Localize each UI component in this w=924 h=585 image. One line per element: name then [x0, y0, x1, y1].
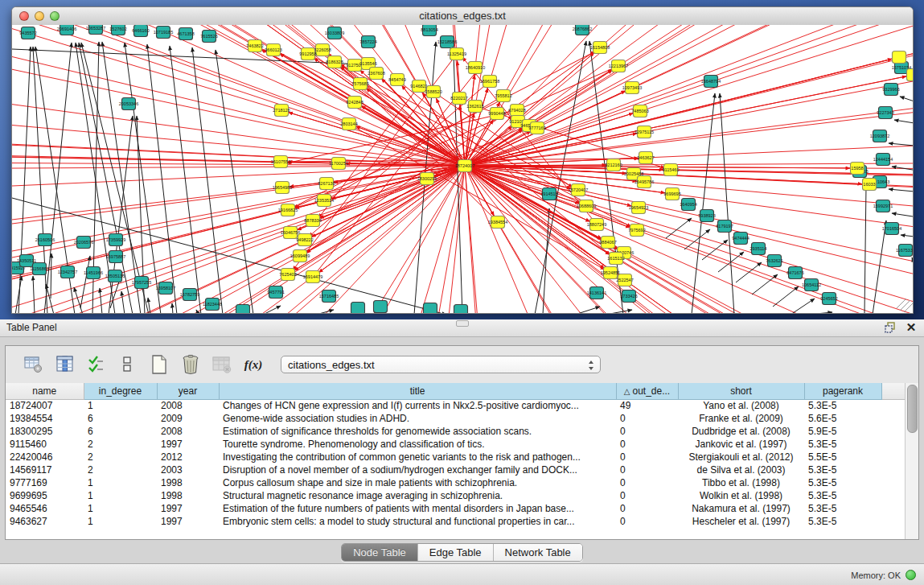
- graph-node[interactable]: 1914515: [540, 188, 557, 200]
- graph-node[interactable]: 7625402: [279, 269, 296, 281]
- graph-node[interactable]: 8454749: [388, 74, 405, 86]
- graph-node[interactable]: 9457791: [267, 286, 284, 299]
- graph-node[interactable]: 12342757: [58, 266, 77, 278]
- graph-node[interactable]: 7615526: [200, 31, 217, 43]
- graph-node[interactable]: 1527602: [109, 25, 126, 35]
- graph-node[interactable]: 1733426: [620, 290, 637, 303]
- graph-node[interactable]: 19166825: [278, 204, 298, 216]
- graph-node[interactable]: 10719185: [154, 27, 173, 39]
- graph-node[interactable]: 7632621: [766, 255, 782, 267]
- delete-table-button[interactable]: [211, 353, 232, 376]
- table-row[interactable]: 1938455462009Genome-wide association stu…: [6, 412, 906, 425]
- graph-node[interactable]: 2718126: [273, 105, 290, 117]
- graph-node[interactable]: 19384554: [488, 216, 507, 229]
- graph-node[interactable]: 10654112: [802, 279, 821, 291]
- graph-node[interactable]: 9227343: [877, 107, 893, 119]
- table-scrollbar-thumb[interactable]: [907, 385, 918, 433]
- graph-node[interactable]: 20206576: [74, 237, 93, 249]
- float-panel-icon[interactable]: [884, 321, 897, 334]
- graph-node[interactable]: 4671358: [177, 28, 194, 40]
- graph-node[interactable]: 16958107: [156, 282, 175, 295]
- graph-node[interactable]: 12213967: [609, 60, 628, 72]
- graph-node[interactable]: 15720407: [569, 184, 588, 196]
- graph-node[interactable]: 7485063: [631, 105, 648, 117]
- tab-node-table[interactable]: Node Table: [342, 544, 418, 561]
- graph-node[interactable]: 9990448: [488, 108, 505, 120]
- graph-node[interactable]: 2935114: [749, 243, 766, 255]
- column-header-short[interactable]: short: [678, 383, 804, 399]
- graph-node[interactable]: 20691406: [57, 25, 76, 35]
- graph-node[interactable]: 11156863: [30, 263, 49, 275]
- graph-node[interactable]: 5938923: [698, 210, 715, 222]
- graph-node[interactable]: 16495786: [634, 176, 654, 188]
- graph-node[interactable]: 9912958: [299, 48, 316, 60]
- graph-node[interactable]: 9435572: [19, 27, 36, 39]
- graph-node[interactable]: 8267130: [318, 178, 335, 190]
- column-header-title[interactable]: title: [219, 383, 616, 399]
- delete-column-button[interactable]: [180, 353, 201, 376]
- graph-node[interactable]: 9245652: [820, 293, 837, 305]
- graph-node[interactable]: 6794028: [508, 105, 525, 117]
- graph-node[interactable]: [424, 303, 437, 314]
- column-header-name[interactable]: name: [6, 383, 84, 399]
- function-builder-button[interactable]: f(x): [243, 353, 264, 376]
- graph-node[interactable]: [454, 305, 468, 314]
- graph-node[interactable]: 8878334: [304, 215, 321, 227]
- graph-node[interactable]: 7575685: [351, 78, 368, 90]
- graph-node[interactable]: 16154808: [590, 42, 610, 54]
- graph-node[interactable]: 9115460: [662, 164, 679, 176]
- graph-node[interactable]: [893, 51, 906, 64]
- graph-node[interactable]: 17016504: [882, 223, 901, 235]
- close-panel-icon[interactable]: ✕: [905, 321, 918, 334]
- graph-node[interactable]: [374, 301, 388, 313]
- graph-node[interactable]: 26160506: [35, 234, 55, 246]
- graph-node[interactable]: 7463822: [246, 40, 263, 52]
- table-row[interactable]: 946554611997Estimation of the future num…: [6, 502, 906, 515]
- graph-node[interactable]: [236, 305, 250, 314]
- graph-node[interactable]: 20876862: [573, 25, 592, 35]
- panel-resize-handle[interactable]: [456, 320, 469, 327]
- graph-node[interactable]: [907, 69, 914, 81]
- graph-node[interactable]: 11700251: [329, 158, 348, 170]
- graph-node[interactable]: 15218586: [437, 36, 457, 48]
- graph-node[interactable]: 12444154: [873, 154, 893, 166]
- graph-node[interactable]: 6466160: [132, 25, 149, 37]
- table-row[interactable]: 2242004622012Investigating the contribut…: [6, 451, 906, 463]
- graph-node[interactable]: 20053346: [119, 98, 138, 110]
- graph-node[interactable]: 11675335: [896, 245, 913, 257]
- graph-node[interactable]: 16782759: [180, 289, 199, 301]
- network-view-window[interactable]: citations_edges.txt 9435572206: [11, 6, 914, 314]
- graph-node[interactable]: 16033: [863, 179, 877, 191]
- graph-node[interactable]: 17359929: [106, 234, 125, 246]
- network-window-titlebar[interactable]: citations_edges.txt: [12, 7, 913, 26]
- graph-node[interactable]: 16648794: [701, 76, 721, 88]
- graph-node[interactable]: 2367608: [368, 68, 384, 80]
- graph-node[interactable]: 13505135: [105, 270, 125, 282]
- graph-node[interactable]: 16975887: [106, 251, 125, 263]
- column-header-pagerank[interactable]: pagerank: [804, 383, 881, 399]
- graph-node[interactable]: 18807249: [587, 219, 606, 231]
- clear-selection-button[interactable]: [117, 353, 138, 376]
- graph-node[interactable]: 8186328: [326, 56, 343, 68]
- graph-node[interactable]: 18640910: [466, 62, 485, 74]
- network-canvas[interactable]: 9435572206914061065328715276026466160107…: [12, 25, 913, 313]
- graph-node[interactable]: 9212160: [605, 159, 622, 171]
- table-row[interactable]: 1830029562008Estimation of significance …: [6, 425, 906, 438]
- tab-network-table[interactable]: Network Table: [494, 544, 582, 561]
- graph-node[interactable]: 1362615: [466, 101, 483, 113]
- table-source-dropdown[interactable]: citations_edges.txt: [281, 356, 601, 373]
- select-all-button[interactable]: [86, 353, 107, 376]
- graph-node[interactable]: 12975115: [634, 126, 654, 138]
- column-header-year[interactable]: year: [157, 383, 219, 399]
- graph-node[interactable]: 14136141: [587, 287, 606, 299]
- graph-node[interactable]: 11823448: [203, 299, 222, 311]
- graph-node[interactable]: 2803144: [340, 118, 357, 130]
- graph-node[interactable]: 16107553: [271, 156, 290, 168]
- graph-node[interactable]: 11325419: [447, 48, 466, 60]
- table-row[interactable]: 946362711997Embryonic stem cells: a mode…: [6, 515, 906, 528]
- graph-node[interactable]: 16914479: [303, 271, 322, 283]
- graph-node[interactable]: 7975692: [628, 225, 645, 237]
- graph-node[interactable]: 8471676: [786, 267, 803, 279]
- graph-node[interactable]: 12093872: [870, 130, 889, 142]
- graph-node[interactable]: 1588520: [425, 86, 441, 98]
